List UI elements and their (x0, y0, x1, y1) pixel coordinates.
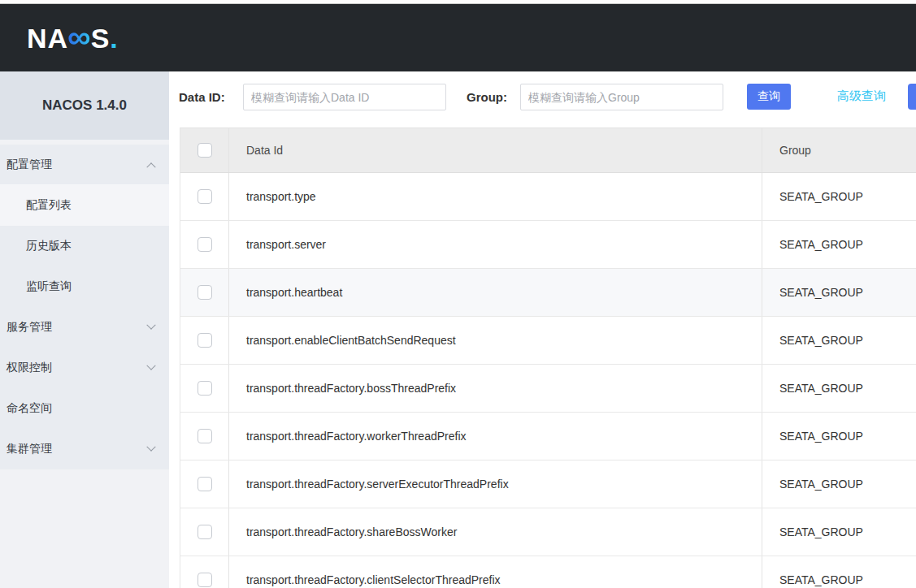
row-checkbox-cell (180, 269, 229, 316)
chevron-down-icon (146, 361, 155, 370)
config-table: Data Id Group transport.typeSEATA_GROUPt… (180, 128, 916, 588)
column-header-group: Group (762, 128, 916, 172)
table-row: transport.threadFactory.serverExecutorTh… (180, 460, 916, 508)
data-id-cell: transport.threadFactory.shareBossWorker (229, 508, 762, 556)
row-checkbox[interactable] (198, 477, 212, 491)
sidebar-item-listening-query[interactable]: 监听查询 (0, 266, 169, 307)
sidebar-item-label: 配置列表 (26, 198, 154, 213)
data-id-input[interactable] (243, 84, 446, 110)
chevron-down-icon (146, 443, 155, 452)
row-checkbox-cell (180, 413, 229, 460)
row-checkbox[interactable] (198, 525, 212, 539)
group-label: Group: (467, 84, 507, 110)
data-id-cell: transport.threadFactory.workerThreadPref… (229, 413, 762, 460)
sidebar-item-label: 集群管理 (7, 442, 148, 456)
app-header: NA∞S. (0, 4, 916, 71)
table-row: transport.threadFactory.clientSelectorTh… (180, 556, 916, 588)
row-checkbox[interactable] (198, 333, 212, 348)
chevron-up-icon (146, 162, 155, 171)
infinity-icon: ∞ (67, 20, 92, 53)
data-id-cell: transport.type (229, 173, 762, 220)
sidebar-item-label: 配置管理 (7, 158, 148, 172)
row-checkbox-cell (180, 460, 229, 508)
group-cell: SEATA_GROUP (762, 269, 916, 316)
table-row: transport.enableClientBatchSendRequestSE… (180, 317, 916, 365)
data-id-label: Data ID: (179, 84, 225, 110)
select-all-checkbox[interactable] (198, 143, 212, 158)
row-checkbox-cell (180, 365, 229, 412)
logo-text-prefix: NA (27, 24, 68, 52)
sidebar-item-label: 服务管理 (7, 320, 148, 335)
row-checkbox[interactable] (198, 237, 212, 252)
chevron-down-icon (146, 321, 155, 330)
sidebar-item-history-versions[interactable]: 历史版本 (0, 226, 169, 266)
group-cell: SEATA_GROUP (762, 173, 916, 220)
group-cell: SEATA_GROUP (762, 413, 916, 460)
sidebar-item-config-management[interactable]: 配置管理 (0, 145, 169, 185)
group-cell: SEATA_GROUP (762, 460, 916, 508)
table-row: transport.heartbeatSEATA_GROUP (180, 269, 916, 317)
group-cell: SEATA_GROUP (762, 221, 916, 268)
table-row: transport.typeSEATA_GROUP (180, 173, 916, 221)
version-title: NACOS 1.4.0 (0, 71, 169, 140)
data-id-cell: transport.threadFactory.bossThreadPrefix (229, 365, 762, 412)
row-checkbox[interactable] (198, 429, 212, 443)
sidebar-item-cluster-management[interactable]: 集群管理 (0, 429, 169, 469)
advanced-search-link[interactable]: 高级查询 (837, 89, 886, 104)
sidebar-item-label: 历史版本 (26, 239, 154, 253)
data-id-cell: transport.threadFactory.clientSelectorTh… (229, 556, 762, 588)
filter-bar: Data ID: Group: 查询 高级查询 (169, 71, 916, 120)
sidebar-item-label: 权限控制 (7, 361, 148, 375)
sidebar-item-service-management[interactable]: 服务管理 (0, 307, 169, 348)
row-checkbox-cell (180, 221, 229, 268)
sidebar-menu: 配置管理配置列表历史版本监听查询服务管理权限控制命名空间集群管理 (0, 145, 169, 469)
group-cell: SEATA_GROUP (762, 556, 916, 588)
table-row: transport.serverSEATA_GROUP (180, 221, 916, 269)
data-id-cell: transport.server (229, 221, 762, 268)
row-checkbox[interactable] (198, 573, 212, 587)
group-cell: SEATA_GROUP (762, 508, 916, 556)
row-checkbox[interactable] (198, 285, 212, 300)
table-header-row: Data Id Group (180, 128, 916, 173)
group-cell: SEATA_GROUP (762, 317, 916, 364)
truncated-action-button[interactable] (908, 84, 916, 110)
table-row: transport.threadFactory.workerThreadPref… (180, 413, 916, 460)
column-header-data-id: Data Id (229, 128, 762, 172)
row-checkbox[interactable] (198, 189, 212, 204)
row-checkbox[interactable] (198, 381, 212, 396)
header-checkbox-cell (180, 128, 229, 172)
row-checkbox-cell (180, 173, 229, 220)
row-checkbox-cell (180, 317, 229, 364)
sidebar-item-permission-control[interactable]: 权限控制 (0, 348, 169, 388)
sidebar-item-label: 监听查询 (26, 279, 154, 294)
search-button[interactable]: 查询 (747, 84, 791, 110)
group-cell: SEATA_GROUP (762, 365, 916, 412)
logo-dot: . (110, 24, 118, 52)
sidebar: NACOS 1.4.0 配置管理配置列表历史版本监听查询服务管理权限控制命名空间… (0, 71, 169, 588)
data-id-cell: transport.heartbeat (229, 269, 762, 316)
row-checkbox-cell (180, 556, 229, 588)
sidebar-item-namespace[interactable]: 命名空间 (0, 388, 169, 429)
table-row: transport.threadFactory.shareBossWorkerS… (180, 508, 916, 556)
row-checkbox-cell (180, 508, 229, 556)
sidebar-item-config-list[interactable]: 配置列表 (0, 185, 169, 226)
sidebar-item-label: 命名空间 (7, 401, 154, 416)
nacos-logo[interactable]: NA∞S. (27, 22, 119, 54)
data-id-cell: transport.enableClientBatchSendRequest (229, 317, 762, 364)
logo-text-suffix: S (91, 24, 111, 52)
main-content: Data ID: Group: 查询 高级查询 Data Id Group tr… (169, 71, 916, 588)
table-body: transport.typeSEATA_GROUPtransport.serve… (180, 173, 916, 588)
data-id-cell: transport.threadFactory.serverExecutorTh… (229, 460, 762, 508)
group-input[interactable] (520, 84, 723, 110)
table-row: transport.threadFactory.bossThreadPrefix… (180, 365, 916, 413)
